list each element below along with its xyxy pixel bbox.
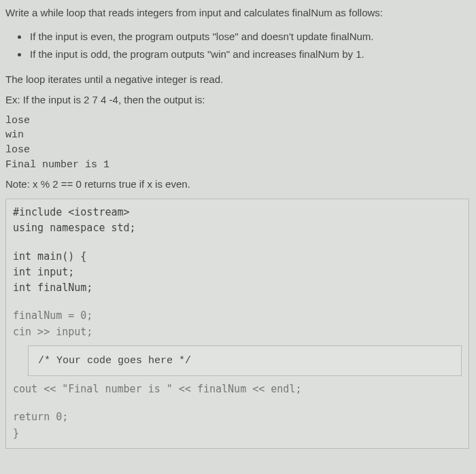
code-line-closebrace: } xyxy=(13,426,462,441)
code-blank-3 xyxy=(13,397,462,409)
note-text: Note: x % 2 == 0 returns true if x is ev… xyxy=(5,177,469,192)
code-line-include: #include <iostream> xyxy=(13,205,462,220)
code-line-cin: cin >> input; xyxy=(13,324,462,340)
code-line-decl-input: int input; xyxy=(13,265,462,280)
code-placeholder-text: /* Your code goes here */ xyxy=(38,355,191,367)
loop-description: The loop iterates until a negative integ… xyxy=(5,72,469,88)
code-line-main: int main() { xyxy=(13,249,462,265)
code-line-cout: cout << "Final number is " << finalNum <… xyxy=(13,382,462,397)
code-line-init: finalNum = 0; xyxy=(13,308,462,324)
output-line-1: lose xyxy=(5,114,469,129)
example-label: Ex: If the input is 2 7 4 -4, then the o… xyxy=(5,92,469,108)
bullet-even: If the input is even, the program output… xyxy=(29,29,469,45)
code-blank-2 xyxy=(13,296,462,308)
code-block: #include <iostream> using namespace std;… xyxy=(5,199,469,449)
output-line-2: win xyxy=(5,128,469,143)
output-line-3: lose xyxy=(5,143,469,158)
problem-intro: Write a while loop that reads integers f… xyxy=(5,5,469,21)
bullet-odd: If the input is odd, the program outputs… xyxy=(29,47,469,63)
example-output: lose win lose Final number is 1 xyxy=(5,114,469,173)
code-line-decl-finalnum: int finalNum; xyxy=(13,280,462,296)
problem-bullets: If the input is even, the program output… xyxy=(29,29,469,63)
code-blank-1 xyxy=(13,237,462,249)
code-line-using: using namespace std; xyxy=(13,220,462,236)
code-line-return: return 0; xyxy=(13,409,462,425)
code-placeholder-box[interactable]: /* Your code goes here */ xyxy=(28,345,462,376)
output-line-4: Final number is 1 xyxy=(5,158,469,173)
